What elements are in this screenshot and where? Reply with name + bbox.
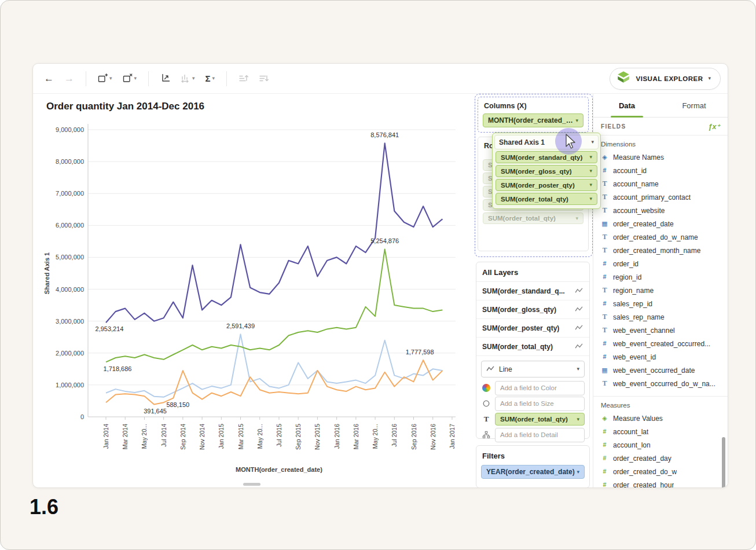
dimension-field[interactable]: order_created_date xyxy=(593,217,728,230)
measure-field[interactable]: order_created_do_w xyxy=(593,465,728,478)
visual-explorer-menu-button[interactable]: VISUAL EXPLORER xyxy=(610,68,721,90)
sort-ascending-button[interactable] xyxy=(234,71,252,86)
svg-text:Nov 2015: Nov 2015 xyxy=(314,424,321,450)
detail-field-target[interactable]: Add a field to Detail xyxy=(495,428,585,442)
dimension-field[interactable]: web_event_occurred_date xyxy=(593,364,728,377)
dimension-field[interactable]: account_website xyxy=(593,204,728,217)
aggregate-button[interactable]: Σ xyxy=(201,71,219,86)
series-SUM(order_standard_qty) xyxy=(106,249,442,362)
back-button[interactable]: ← xyxy=(40,71,58,86)
svg-text:2,000,000: 2,000,000 xyxy=(56,350,84,357)
field-type-icon xyxy=(601,234,608,241)
sidebar-tab[interactable]: Data xyxy=(593,94,660,117)
field-type-icon xyxy=(601,455,608,461)
dimension-field[interactable]: sales_rep_id xyxy=(593,297,728,310)
columns-shelf: Columns (X) MONTH(order_created_d... xyxy=(478,97,589,133)
dimension-field[interactable]: web_event_id xyxy=(593,350,728,364)
dimension-field[interactable]: sales_rep_name xyxy=(593,310,728,324)
svg-text:Sep 2014: Sep 2014 xyxy=(179,424,186,450)
popup-measure-pill[interactable]: SUM(order_total_qty) xyxy=(496,193,597,205)
rows-pill[interactable]: SUM(order_total_qty) xyxy=(483,212,583,224)
point-annotation: 2,591,439 xyxy=(226,322,255,329)
measure-field[interactable]: account_lat xyxy=(593,425,728,438)
columns-pill-month[interactable]: MONTH(order_created_d... xyxy=(483,113,583,127)
toolbar-divider xyxy=(148,71,149,86)
horizontal-scrollbar[interactable] xyxy=(243,483,260,486)
field-type-icon xyxy=(601,194,608,201)
add-calculated-field-icon[interactable]: ƒx⁺ xyxy=(708,122,720,131)
dimension-field[interactable]: region_name xyxy=(593,284,728,297)
dimension-field[interactable]: Measure Names xyxy=(593,151,728,164)
measure-field[interactable]: order_created_hour xyxy=(593,478,728,487)
chevron-down-icon xyxy=(577,366,579,372)
add-chart-icon xyxy=(98,74,108,83)
size-field-target[interactable]: Add a field to Size xyxy=(495,397,585,411)
measure-field[interactable]: order_created_day xyxy=(593,452,728,465)
visual-explorer-label: VISUAL EXPLORER xyxy=(636,75,703,82)
dimension-field[interactable]: account_primary_contact xyxy=(593,190,728,204)
text-icon xyxy=(481,415,491,424)
svg-text:Sep 2016: Sep 2016 xyxy=(410,424,417,450)
field-type-icon xyxy=(601,340,608,347)
sidebar-scrollbar[interactable] xyxy=(722,437,725,488)
shared-axis-popup-header[interactable]: Shared Axis 1 xyxy=(494,135,599,149)
add-visualization-button[interactable] xyxy=(94,71,116,86)
chart-title: Order quantity Jan 2014-Dec 2016 xyxy=(46,101,204,112)
sigma-icon: Σ xyxy=(205,74,211,83)
point-annotation: 1,777,598 xyxy=(406,349,434,355)
forward-button[interactable]: → xyxy=(60,71,78,86)
line-chart[interactable]: 01,000,0002,000,0003,000,0004,000,0005,0… xyxy=(41,117,469,482)
svg-text:4,000,000: 4,000,000 xyxy=(56,286,84,293)
mark-type-select[interactable]: Line xyxy=(481,361,585,377)
version-label: 1.6 xyxy=(30,495,58,519)
svg-text:9,000,000: 9,000,000 xyxy=(56,126,84,133)
svg-text:Jan 2015: Jan 2015 xyxy=(218,424,225,449)
field-type-icon xyxy=(601,274,608,280)
measure-field[interactable]: account_lon xyxy=(593,438,728,452)
svg-text:8,000,000: 8,000,000 xyxy=(56,158,84,165)
dimension-field[interactable]: web_event_created_occurred... xyxy=(593,337,728,350)
all-layers-title: All Layers xyxy=(476,262,589,282)
dimension-field[interactable]: order_created_month_name xyxy=(593,244,728,257)
svg-text:7,000,000: 7,000,000 xyxy=(56,190,84,197)
chevron-down-icon xyxy=(589,182,592,188)
measure-field[interactable]: Measure Values xyxy=(593,412,728,425)
size-field-row: Add a field to Size xyxy=(481,397,585,410)
bar-width-icon xyxy=(181,74,190,83)
dimension-field[interactable]: order_created_do_w_name xyxy=(593,230,728,244)
remove-visualization-button[interactable] xyxy=(119,71,141,86)
popup-measure-pill[interactable]: SUM(order_gloss_qty) xyxy=(496,165,597,177)
layer-row[interactable]: SUM(order_poster_qty) xyxy=(476,319,589,338)
color-field-target[interactable]: Add a field to Color xyxy=(495,381,585,395)
line-mark-icon xyxy=(575,288,583,294)
layer-row[interactable]: SUM(order_gloss_qty) xyxy=(476,300,589,319)
chevron-down-icon xyxy=(708,76,711,81)
sidebar-tab[interactable]: Format xyxy=(660,94,728,117)
visual-explorer-window: ← → xyxy=(32,63,728,488)
layer-row[interactable]: SUM(order_standard_q... xyxy=(476,282,589,300)
resize-bars-button[interactable] xyxy=(177,71,199,86)
layer-list: SUM(order_standard_q... SUM(order_gloss_… xyxy=(476,282,589,356)
chevron-down-icon xyxy=(577,417,579,422)
shared-axis-popup-list: SUM(order_standard_qty) SUM(order_gloss_… xyxy=(494,151,599,205)
popup-measure-pill[interactable]: SUM(order_poster_qty) xyxy=(496,179,597,191)
dimension-field[interactable]: web_event_channel xyxy=(593,324,728,337)
dimension-field[interactable]: account_name xyxy=(593,177,728,190)
field-type-icon xyxy=(601,207,608,214)
dimension-field[interactable]: order_id xyxy=(593,257,728,270)
edit-axes-button[interactable] xyxy=(156,71,174,86)
point-annotation: 5,254,876 xyxy=(370,237,399,244)
text-field-pill[interactable]: SUM(order_total_qty) xyxy=(495,413,585,426)
layer-row[interactable]: SUM(order_total_qty) xyxy=(476,338,589,356)
sort-descending-button[interactable] xyxy=(255,71,273,86)
popup-measure-pill[interactable]: SUM(order_standard_qty) xyxy=(496,151,597,163)
dimension-field[interactable]: web_event_occurred_do_w_na... xyxy=(593,377,728,390)
toolbar: ← → xyxy=(33,64,728,94)
filter-pill-year[interactable]: YEAR(order_created_date) xyxy=(481,465,585,479)
dimension-field[interactable]: region_id xyxy=(593,270,728,284)
dimension-field[interactable]: account_id xyxy=(593,164,728,177)
svg-text:Mar 2016: Mar 2016 xyxy=(353,424,359,450)
forward-arrow-icon: → xyxy=(64,74,74,83)
point-annotation: 1,718,686 xyxy=(104,365,132,372)
field-type-icon xyxy=(601,247,608,254)
